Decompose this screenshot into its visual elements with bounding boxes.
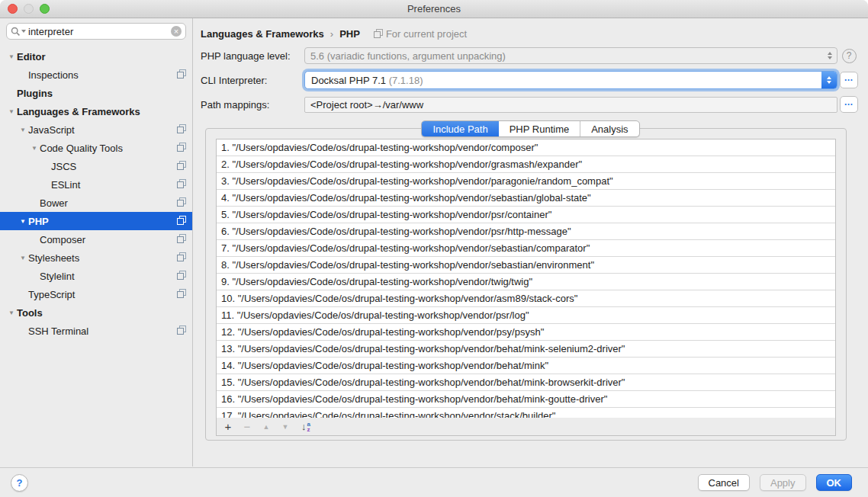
- include-path-list[interactable]: 1. "/Users/opdavies/Code/os/drupal-testi…: [217, 139, 835, 418]
- search-input[interactable]: [28, 26, 171, 37]
- expand-arrow-icon[interactable]: ▼: [6, 108, 17, 115]
- tree-item-label: Editor: [17, 51, 46, 63]
- path-mappings-row: Path mappings: <Project root>→/var/www …: [201, 96, 860, 113]
- cli-interpreter-browse-button[interactable]: …: [840, 72, 858, 88]
- add-path-button[interactable]: +: [222, 421, 234, 433]
- include-path-row[interactable]: 10. "/Users/opdavies/Code/os/drupal-test…: [217, 290, 835, 307]
- cli-interpreter-label: CLI Interpreter:: [201, 75, 304, 86]
- tree-item-label: JSCS: [51, 161, 76, 172]
- per-project-icon: [177, 325, 186, 337]
- cli-interpreter-select[interactable]: Docksal PHP 7.1 (7.1.18): [304, 71, 837, 89]
- include-path-row[interactable]: 1. "/Users/opdavies/Code/os/drupal-testi…: [217, 139, 835, 156]
- tree-item-label: Inspections: [28, 69, 79, 81]
- include-path-row[interactable]: 5. "/Users/opdavies/Code/os/drupal-testi…: [217, 207, 835, 223]
- preferences-window: Preferences × ▼ Editor ▼ Inspections: [0, 0, 868, 497]
- include-path-row[interactable]: 9. "/Users/opdavies/Code/os/drupal-testi…: [217, 274, 835, 290]
- sidebar-tree-item[interactable]: ▼ PHP: [0, 212, 192, 230]
- include-path-panel: 1. "/Users/opdavies/Code/os/drupal-testi…: [205, 128, 847, 441]
- path-mappings-value: <Project root>→/var/www: [310, 99, 423, 111]
- path-mappings-browse-button[interactable]: …: [840, 96, 858, 113]
- tree-item-label: Stylelint: [40, 271, 75, 282]
- sidebar-tree-item[interactable]: ▼ Code Quality Tools: [0, 139, 192, 157]
- sidebar-tree-item[interactable]: ▼ Stylesheets: [0, 248, 192, 267]
- per-project-icon: [177, 234, 186, 245]
- expand-arrow-icon[interactable]: ▼: [6, 309, 17, 316]
- language-level-row: PHP language level: 5.6 (variadic functi…: [201, 47, 860, 64]
- cancel-button[interactable]: Cancel: [698, 474, 750, 491]
- sidebar-tree-item[interactable]: ▼ TypeScript: [0, 285, 192, 303]
- expand-arrow-icon[interactable]: ▼: [18, 255, 28, 261]
- include-path-row[interactable]: 4. "/Users/opdavies/Code/os/drupal-testi…: [217, 190, 835, 207]
- tree-item-label: Plugins: [17, 88, 53, 99]
- clear-search-icon[interactable]: ×: [171, 26, 182, 37]
- breadcrumb-current: PHP: [339, 28, 360, 40]
- language-level-select[interactable]: 5.6 (variadic functions, argument unpack…: [304, 47, 837, 64]
- tree-item-label: TypeScript: [28, 289, 75, 300]
- list-toolbar: + − ▲ ▼ ↓ a z: [217, 418, 835, 435]
- include-path-row[interactable]: 14. "/Users/opdavies/Code/os/drupal-test…: [217, 358, 835, 374]
- language-level-label: PHP language level:: [201, 50, 304, 62]
- include-path-row[interactable]: 16. "/Users/opdavies/Code/os/drupal-test…: [217, 391, 835, 408]
- tree-item-label: JavaScript: [28, 124, 75, 136]
- include-path-row[interactable]: 11. "/Users/opdavies/Code/os/drupal-test…: [217, 307, 835, 324]
- include-path-row[interactable]: 7. "/Users/opdavies/Code/os/drupal-testi…: [217, 240, 835, 257]
- include-path-row[interactable]: 2. "/Users/opdavies/Code/os/drupal-testi…: [217, 156, 835, 173]
- settings-search-box[interactable]: ×: [6, 23, 186, 40]
- sidebar-tree-item[interactable]: ▼ JavaScript: [0, 120, 192, 139]
- tree-item-label: Stylesheets: [28, 252, 79, 264]
- ok-button[interactable]: OK: [816, 474, 853, 491]
- breadcrumb-separator: ›: [330, 28, 333, 40]
- include-path-row[interactable]: 6. "/Users/opdavies/Code/os/drupal-testi…: [217, 223, 835, 240]
- tree-item-label: Languages & Frameworks: [17, 106, 140, 117]
- tab-bar: Include Path PHP Runtime Analysis: [421, 120, 639, 137]
- move-up-button[interactable]: ▲: [260, 421, 272, 433]
- include-path-row[interactable]: 13. "/Users/opdavies/Code/os/drupal-test…: [217, 341, 835, 358]
- per-project-icon: [177, 143, 186, 154]
- sidebar-tree-item[interactable]: ▼ JSCS: [0, 157, 192, 175]
- help-button[interactable]: ?: [11, 474, 28, 492]
- sidebar-tree-item[interactable]: ▼ ESLint: [0, 175, 192, 194]
- sort-alphabetically-button[interactable]: ↓ a z: [301, 421, 310, 432]
- tab-php-runtime[interactable]: PHP Runtime: [499, 121, 581, 136]
- search-history-chevron-icon[interactable]: [21, 30, 26, 33]
- combo-stepper-icon[interactable]: [821, 71, 837, 89]
- tab-include-path[interactable]: Include Path: [422, 121, 498, 136]
- minimize-window-icon: [24, 4, 34, 14]
- sidebar-tree-item[interactable]: ▼ Inspections: [0, 66, 192, 84]
- include-path-row[interactable]: 17. "/Users/opdavies/Code/os/drupal-test…: [217, 408, 835, 418]
- settings-main-panel: Languages & Frameworks › PHP For current…: [193, 18, 868, 467]
- close-window-icon[interactable]: [8, 4, 18, 14]
- dialog-footer: ? Cancel Apply OK: [0, 467, 868, 497]
- titlebar: Preferences: [0, 0, 868, 18]
- sidebar-tree-item[interactable]: ▼ Tools: [0, 303, 192, 322]
- tree-item-label: PHP: [28, 216, 49, 227]
- include-path-row[interactable]: 8. "/Users/opdavies/Code/os/drupal-testi…: [217, 257, 835, 274]
- include-path-row[interactable]: 3. "/Users/opdavies/Code/os/drupal-testi…: [217, 173, 835, 190]
- cli-interpreter-row: CLI Interpreter: Docksal PHP 7.1 (7.1.18…: [201, 72, 860, 88]
- apply-button[interactable]: Apply: [760, 474, 806, 491]
- zoom-window-icon[interactable]: [40, 4, 50, 14]
- sidebar-tree-item[interactable]: ▼ Composer: [0, 230, 192, 248]
- path-mappings-label: Path mappings:: [201, 99, 304, 111]
- move-down-button[interactable]: ▼: [279, 421, 291, 433]
- sidebar-tree-item[interactable]: ▼ SSH Terminal: [0, 322, 192, 340]
- expand-arrow-icon[interactable]: ▼: [29, 145, 40, 152]
- include-path-row[interactable]: 15. "/Users/opdavies/Code/os/drupal-test…: [217, 374, 835, 391]
- sidebar-tree-item[interactable]: ▼ Stylelint: [0, 267, 192, 285]
- window-title: Preferences: [407, 3, 461, 14]
- remove-path-button[interactable]: −: [241, 421, 253, 433]
- path-mappings-field[interactable]: <Project root>→/var/www: [304, 97, 837, 113]
- per-project-icon: [177, 69, 186, 81]
- tree-item-label: SSH Terminal: [28, 325, 88, 337]
- sidebar-tree-item[interactable]: ▼ Languages & Frameworks: [0, 102, 192, 120]
- sidebar-tree-item[interactable]: ▼ Bower: [0, 194, 192, 212]
- sidebar-tree-item[interactable]: ▼ Editor: [0, 47, 192, 66]
- sidebar-tree-item[interactable]: ▼ Plugins: [0, 84, 192, 102]
- expand-arrow-icon[interactable]: ▼: [6, 53, 17, 60]
- expand-arrow-icon[interactable]: ▼: [18, 218, 28, 225]
- tab-analysis[interactable]: Analysis: [580, 121, 638, 136]
- tree-item-label: Composer: [40, 234, 85, 245]
- expand-arrow-icon[interactable]: ▼: [18, 127, 28, 133]
- include-path-row[interactable]: 12. "/Users/opdavies/Code/os/drupal-test…: [217, 324, 835, 341]
- help-icon[interactable]: ?: [842, 49, 857, 63]
